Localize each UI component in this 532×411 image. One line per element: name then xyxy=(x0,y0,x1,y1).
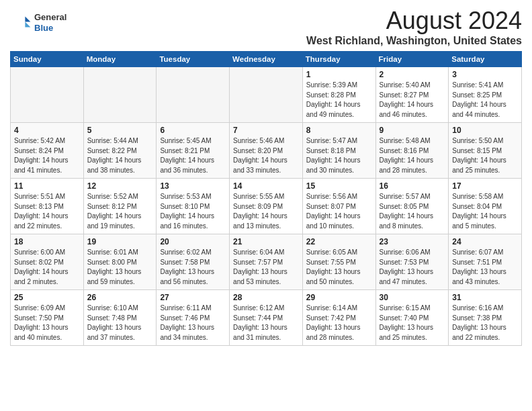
calendar-day-cell: 8Sunrise: 5:47 AM Sunset: 8:18 PM Daylig… xyxy=(302,123,375,179)
day-number: 3 xyxy=(452,70,518,79)
day-number: 9 xyxy=(380,126,445,135)
day-info: Sunrise: 6:02 AM Sunset: 7:58 PM Dayligh… xyxy=(160,248,226,287)
day-info: Sunrise: 6:01 AM Sunset: 8:00 PM Dayligh… xyxy=(87,248,153,287)
calendar-day-cell: 11Sunrise: 5:51 AM Sunset: 8:13 PM Dayli… xyxy=(11,179,84,234)
calendar-week-row: 11Sunrise: 5:51 AM Sunset: 8:13 PM Dayli… xyxy=(11,179,522,234)
day-info: Sunrise: 5:41 AM Sunset: 8:25 PM Dayligh… xyxy=(452,81,518,120)
weekday-header-saturday: Saturday xyxy=(449,52,522,67)
calendar-day-cell: 27Sunrise: 6:11 AM Sunset: 7:46 PM Dayli… xyxy=(157,290,230,346)
calendar-day-cell: 23Sunrise: 6:06 AM Sunset: 7:53 PM Dayli… xyxy=(375,234,449,290)
day-info: Sunrise: 5:46 AM Sunset: 8:20 PM Dayligh… xyxy=(233,136,299,175)
day-number: 17 xyxy=(452,181,518,191)
day-number: 19 xyxy=(87,237,153,246)
weekday-header-wednesday: Wednesday xyxy=(230,52,303,67)
day-info: Sunrise: 5:52 AM Sunset: 8:12 PM Dayligh… xyxy=(87,192,153,231)
day-info: Sunrise: 6:06 AM Sunset: 7:53 PM Dayligh… xyxy=(380,248,445,287)
day-info: Sunrise: 5:44 AM Sunset: 8:22 PM Dayligh… xyxy=(87,136,153,175)
calendar-day-cell: 12Sunrise: 5:52 AM Sunset: 8:12 PM Dayli… xyxy=(83,179,157,234)
calendar-day-cell: 1Sunrise: 5:39 AM Sunset: 8:28 PM Daylig… xyxy=(302,67,375,123)
day-info: Sunrise: 5:55 AM Sunset: 8:09 PM Dayligh… xyxy=(233,192,299,231)
day-number: 6 xyxy=(160,126,226,135)
day-number: 14 xyxy=(233,181,299,191)
day-number: 26 xyxy=(87,293,153,302)
calendar-day-cell: 19Sunrise: 6:01 AM Sunset: 8:00 PM Dayli… xyxy=(83,234,157,290)
day-info: Sunrise: 5:42 AM Sunset: 8:24 PM Dayligh… xyxy=(14,136,80,175)
calendar-day-cell: 7Sunrise: 5:46 AM Sunset: 8:20 PM Daylig… xyxy=(230,123,303,179)
weekday-header-sunday: Sunday xyxy=(11,52,84,67)
weekday-header-monday: Monday xyxy=(83,52,157,67)
day-info: Sunrise: 6:07 AM Sunset: 7:51 PM Dayligh… xyxy=(452,248,518,287)
day-number: 2 xyxy=(380,70,445,79)
day-number: 31 xyxy=(452,293,518,302)
day-info: Sunrise: 5:58 AM Sunset: 8:04 PM Dayligh… xyxy=(452,192,518,231)
day-info: Sunrise: 6:12 AM Sunset: 7:44 PM Dayligh… xyxy=(233,304,299,342)
day-info: Sunrise: 5:57 AM Sunset: 8:05 PM Dayligh… xyxy=(380,192,445,231)
calendar-day-cell: 29Sunrise: 6:14 AM Sunset: 7:42 PM Dayli… xyxy=(302,290,375,346)
calendar-body: 1Sunrise: 5:39 AM Sunset: 8:28 PM Daylig… xyxy=(11,67,522,346)
day-info: Sunrise: 5:50 AM Sunset: 8:15 PM Dayligh… xyxy=(452,136,518,175)
day-number: 15 xyxy=(306,181,372,191)
calendar-week-row: 25Sunrise: 6:09 AM Sunset: 7:50 PM Dayli… xyxy=(11,290,522,346)
day-number: 11 xyxy=(14,181,80,191)
day-number: 30 xyxy=(380,293,445,302)
calendar-day-cell: 2Sunrise: 5:40 AM Sunset: 8:27 PM Daylig… xyxy=(375,67,449,123)
weekday-header-friday: Friday xyxy=(375,52,449,67)
logo-icon xyxy=(10,12,32,34)
day-number: 1 xyxy=(306,70,372,79)
calendar-day-cell: 31Sunrise: 6:16 AM Sunset: 7:38 PM Dayli… xyxy=(449,290,522,346)
day-info: Sunrise: 6:11 AM Sunset: 7:46 PM Dayligh… xyxy=(160,304,226,342)
day-info: Sunrise: 5:45 AM Sunset: 8:21 PM Dayligh… xyxy=(160,136,226,175)
day-number: 27 xyxy=(160,293,226,302)
day-info: Sunrise: 6:09 AM Sunset: 7:50 PM Dayligh… xyxy=(14,304,80,342)
weekday-header-tuesday: Tuesday xyxy=(157,52,230,67)
calendar-day-cell: 28Sunrise: 6:12 AM Sunset: 7:44 PM Dayli… xyxy=(230,290,303,346)
calendar-day-cell: 20Sunrise: 6:02 AM Sunset: 7:58 PM Dayli… xyxy=(157,234,230,290)
calendar-day-cell: 10Sunrise: 5:50 AM Sunset: 8:15 PM Dayli… xyxy=(449,123,522,179)
day-info: Sunrise: 5:47 AM Sunset: 8:18 PM Dayligh… xyxy=(306,136,372,175)
day-number: 7 xyxy=(233,126,299,135)
calendar-day-cell: 25Sunrise: 6:09 AM Sunset: 7:50 PM Dayli… xyxy=(11,290,84,346)
calendar-day-cell: 18Sunrise: 6:00 AM Sunset: 8:02 PM Dayli… xyxy=(11,234,84,290)
day-info: Sunrise: 5:56 AM Sunset: 8:07 PM Dayligh… xyxy=(306,192,372,231)
svg-marker-1 xyxy=(25,21,30,27)
location-title: West Richland, Washington, United States xyxy=(306,35,522,47)
calendar-day-cell: 5Sunrise: 5:44 AM Sunset: 8:22 PM Daylig… xyxy=(83,123,157,179)
calendar-day-cell xyxy=(230,67,303,123)
day-info: Sunrise: 6:05 AM Sunset: 7:55 PM Dayligh… xyxy=(306,248,372,287)
calendar-day-cell: 9Sunrise: 5:48 AM Sunset: 8:16 PM Daylig… xyxy=(375,123,449,179)
calendar-day-cell: 4Sunrise: 5:42 AM Sunset: 8:24 PM Daylig… xyxy=(11,123,84,179)
svg-marker-0 xyxy=(25,16,30,21)
day-number: 28 xyxy=(233,293,299,302)
weekday-header-thursday: Thursday xyxy=(302,52,375,67)
day-info: Sunrise: 6:14 AM Sunset: 7:42 PM Dayligh… xyxy=(306,304,372,342)
month-title: August 2024 xyxy=(306,7,522,35)
day-number: 10 xyxy=(452,126,518,135)
calendar-day-cell: 30Sunrise: 6:15 AM Sunset: 7:40 PM Dayli… xyxy=(375,290,449,346)
day-number: 29 xyxy=(306,293,372,302)
day-number: 13 xyxy=(160,181,226,191)
day-info: Sunrise: 5:51 AM Sunset: 8:13 PM Dayligh… xyxy=(14,192,80,231)
title-section: August 2024 West Richland, Washington, U… xyxy=(306,7,522,47)
weekday-header-row: SundayMondayTuesdayWednesdayThursdayFrid… xyxy=(11,52,522,67)
day-number: 24 xyxy=(452,237,518,246)
calendar-week-row: 4Sunrise: 5:42 AM Sunset: 8:24 PM Daylig… xyxy=(11,123,522,179)
day-number: 21 xyxy=(233,237,299,246)
calendar-table: SundayMondayTuesdayWednesdayThursdayFrid… xyxy=(10,51,522,346)
calendar-day-cell: 21Sunrise: 6:04 AM Sunset: 7:57 PM Dayli… xyxy=(230,234,303,290)
calendar-day-cell: 15Sunrise: 5:56 AM Sunset: 8:07 PM Dayli… xyxy=(302,179,375,234)
day-info: Sunrise: 6:00 AM Sunset: 8:02 PM Dayligh… xyxy=(14,248,80,287)
day-info: Sunrise: 6:10 AM Sunset: 7:48 PM Dayligh… xyxy=(87,304,153,342)
day-number: 18 xyxy=(14,237,80,246)
day-number: 25 xyxy=(14,293,80,302)
calendar-week-row: 18Sunrise: 6:00 AM Sunset: 8:02 PM Dayli… xyxy=(11,234,522,290)
calendar-day-cell: 17Sunrise: 5:58 AM Sunset: 8:04 PM Dayli… xyxy=(449,179,522,234)
logo-text: General Blue xyxy=(34,12,66,33)
day-info: Sunrise: 6:16 AM Sunset: 7:38 PM Dayligh… xyxy=(452,304,518,342)
logo: General Blue xyxy=(10,12,66,34)
calendar-day-cell: 13Sunrise: 5:53 AM Sunset: 8:10 PM Dayli… xyxy=(157,179,230,234)
day-info: Sunrise: 5:53 AM Sunset: 8:10 PM Dayligh… xyxy=(160,192,226,231)
day-info: Sunrise: 5:48 AM Sunset: 8:16 PM Dayligh… xyxy=(380,136,445,175)
calendar-header: SundayMondayTuesdayWednesdayThursdayFrid… xyxy=(11,52,522,67)
day-info: Sunrise: 5:40 AM Sunset: 8:27 PM Dayligh… xyxy=(380,81,445,120)
day-number: 16 xyxy=(380,181,445,191)
